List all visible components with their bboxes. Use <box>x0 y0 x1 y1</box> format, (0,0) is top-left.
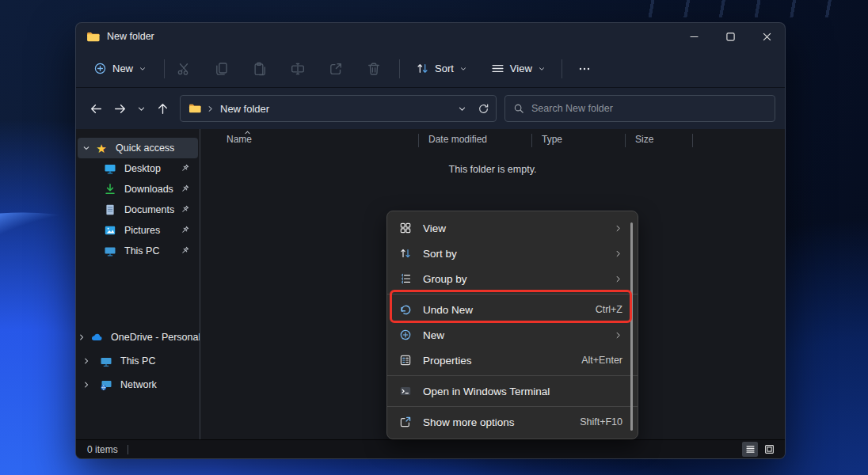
sort-icon <box>416 62 429 75</box>
back-button[interactable] <box>84 96 108 121</box>
details-view-button[interactable] <box>742 442 758 457</box>
pin-icon <box>180 245 190 256</box>
chevron-right-icon[interactable] <box>78 357 95 365</box>
recent-locations-button[interactable] <box>131 96 150 121</box>
sidebar-item-pictures[interactable]: Pictures <box>78 220 198 241</box>
window-title: New folder <box>107 31 154 42</box>
menu-separator <box>387 373 638 378</box>
empty-folder-message: This folder is empty. <box>200 164 785 175</box>
more-options-button[interactable] <box>570 57 599 81</box>
menu-item-shortcut: Ctrl+Z <box>596 304 626 315</box>
pin-icon <box>180 163 190 173</box>
chevron-right-icon[interactable] <box>78 333 86 341</box>
menu-scrollbar[interactable] <box>630 222 633 431</box>
pin-icon <box>180 225 190 235</box>
column-header-size[interactable]: Size <box>635 134 653 145</box>
sidebar-item-label: Quick access <box>116 142 174 154</box>
address-bar[interactable]: New folder <box>180 95 497 122</box>
up-icon <box>156 102 169 116</box>
cut-icon <box>177 62 191 76</box>
menu-item-show-more-options[interactable]: Show more options Shift+F10 <box>387 409 638 435</box>
rename-button[interactable] <box>279 55 317 83</box>
pictures-icon <box>104 224 116 237</box>
chevron-down-icon[interactable] <box>78 144 95 152</box>
up-button[interactable] <box>150 96 174 121</box>
sidebar-item-network[interactable]: Network <box>78 373 198 397</box>
column-headers: Name Date modified Type Size <box>200 129 785 151</box>
show-more-options-icon <box>398 416 412 429</box>
delete-button[interactable] <box>355 55 393 83</box>
menu-item-group-by[interactable]: Group by <box>387 266 638 291</box>
column-header-type[interactable]: Type <box>542 134 562 145</box>
cut-button[interactable] <box>165 55 203 83</box>
share-button[interactable] <box>317 55 355 83</box>
close-button[interactable] <box>748 23 785 50</box>
sidebar-item-label: Pictures <box>124 225 160 236</box>
menu-item-undo-new[interactable]: Undo New Ctrl+Z <box>387 297 638 322</box>
menu-item-open-in-windows-terminal[interactable]: Open in Windows Terminal <box>387 378 638 404</box>
column-divider[interactable] <box>625 134 626 147</box>
titlebar: New folder <box>76 23 785 50</box>
folder-icon <box>188 102 201 115</box>
undo-icon <box>398 303 412 317</box>
menu-item-shortcut: Shift+F10 <box>580 416 626 428</box>
maximize-icon <box>726 32 735 41</box>
close-icon <box>763 32 771 41</box>
sidebar-item-desktop[interactable]: Desktop <box>78 158 198 179</box>
menu-item-sort-by[interactable]: Sort by <box>387 241 638 266</box>
minimize-button[interactable] <box>676 23 712 50</box>
menu-item-shortcut: Alt+Enter <box>581 355 626 366</box>
sidebar-item-this-pc[interactable]: This PC <box>78 349 198 373</box>
search-box <box>504 95 775 122</box>
address-dropdown-icon[interactable] <box>458 104 466 113</box>
forward-button[interactable] <box>108 96 131 121</box>
menu-item-label: Open in Windows Terminal <box>423 386 550 397</box>
downloads-icon <box>104 183 116 196</box>
sidebar-item-label: Documents <box>124 204 174 215</box>
toolbar-separator <box>562 59 562 78</box>
back-icon <box>89 102 103 116</box>
menu-item-new[interactable]: New <box>387 322 638 348</box>
chevron-down-icon <box>459 65 467 73</box>
column-divider[interactable] <box>531 134 532 147</box>
copy-button[interactable] <box>203 55 241 83</box>
desktop-icon <box>104 162 116 175</box>
star-icon: ★ <box>95 142 108 154</box>
sidebar-item-quick-access[interactable]: ★ Quick access <box>78 138 198 158</box>
menu-item-view[interactable]: View <box>387 215 638 241</box>
ellipsis-icon <box>578 63 591 75</box>
monitor-icon <box>104 245 116 257</box>
sidebar-item-documents[interactable]: Documents <box>78 200 198 220</box>
new-button[interactable]: New <box>86 56 154 81</box>
column-header-date-modified[interactable]: Date modified <box>428 134 487 145</box>
menu-item-label: View <box>423 222 446 234</box>
sort-icon <box>398 247 412 260</box>
sort-ascending-icon <box>244 129 251 136</box>
submenu-chevron-icon <box>614 275 626 283</box>
sort-button[interactable]: Sort <box>408 56 475 81</box>
maximize-button[interactable] <box>712 23 748 50</box>
menu-item-properties[interactable]: Properties Alt+Enter <box>387 348 638 373</box>
command-bar: New Sort View <box>76 50 785 88</box>
menu-item-label: Group by <box>423 273 467 285</box>
copy-icon <box>215 62 229 76</box>
column-divider[interactable] <box>692 134 693 147</box>
context-menu: View Sort by Group by Undo New Ctrl+Z Ne… <box>386 211 638 439</box>
toolbar-separator <box>399 59 400 78</box>
column-divider[interactable] <box>418 134 419 147</box>
paste-button[interactable] <box>241 55 279 83</box>
sidebar-item-downloads[interactable]: Downloads <box>78 179 198 200</box>
search-input[interactable] <box>531 103 767 114</box>
folder-icon <box>86 30 100 44</box>
refresh-icon[interactable] <box>478 103 489 115</box>
view-button[interactable]: View <box>483 56 554 81</box>
chevron-down-icon <box>538 65 546 73</box>
chevron-right-icon[interactable] <box>78 381 95 389</box>
sidebar-item-onedrive[interactable]: OneDrive - Personal <box>78 325 198 349</box>
wallpaper-streaks <box>630 0 836 17</box>
navigation-pane: ★ Quick access Desktop Downloads Documen… <box>76 129 200 439</box>
sidebar-item-this-pc-pinned[interactable]: This PC <box>78 241 198 261</box>
sidebar-item-label: OneDrive - Personal <box>111 332 200 343</box>
breadcrumb[interactable]: New folder <box>220 103 269 115</box>
large-icons-view-button[interactable] <box>761 442 777 457</box>
